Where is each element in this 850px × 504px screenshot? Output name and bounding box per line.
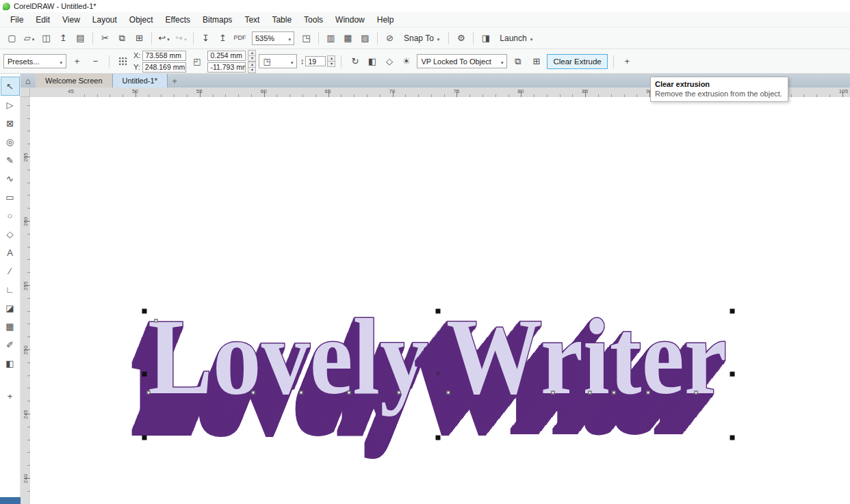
vp-mode-select[interactable]: VP Locked To Object xyxy=(417,54,507,68)
ellipse-tool[interactable]: ○ xyxy=(1,207,19,224)
hruler-label: 85 xyxy=(582,88,588,94)
zoom-tool[interactable]: ◎ xyxy=(1,133,19,150)
print-icon[interactable]: ▤ xyxy=(73,31,88,46)
menubar: FileEditViewLayoutObjectEffectsBitmapsTe… xyxy=(0,12,850,27)
shape-tool[interactable]: ▷ xyxy=(1,96,19,114)
launch-label: Launch xyxy=(500,34,526,43)
extrude-lighting-icon[interactable]: ☀ xyxy=(398,54,414,69)
x-position-field[interactable]: 73.558 mm xyxy=(142,51,186,61)
vruler-label: 260 xyxy=(21,215,30,228)
show-guidelines-icon[interactable]: ▨ xyxy=(357,31,373,46)
copy-vp-icon[interactable]: ⊞ xyxy=(528,54,544,69)
tabs-host: Welcome ScreenUntitled-1* xyxy=(36,74,168,88)
canvas[interactable] xyxy=(30,97,850,504)
fullscreen-preview-icon[interactable]: ◳ xyxy=(298,31,314,46)
toolbar-separator xyxy=(318,32,319,44)
vertical-ruler[interactable]: 265260255250245240 xyxy=(21,97,30,504)
save-icon[interactable]: ◫ xyxy=(38,31,54,46)
menu-effects[interactable]: Effects xyxy=(159,13,196,27)
vanishing-point-y-spinner[interactable] xyxy=(248,62,256,73)
vanishing-point-x-field[interactable]: 0.254 mm xyxy=(207,51,246,61)
extrusion-type-icon[interactable] xyxy=(115,54,131,69)
extrude-bevels-icon[interactable]: ◇ xyxy=(381,54,397,69)
open-folder-icon[interactable]: ▱ xyxy=(21,31,37,46)
add-tools[interactable]: + xyxy=(1,387,19,405)
ruler-origin[interactable] xyxy=(21,88,30,97)
menu-file[interactable]: File xyxy=(4,13,29,27)
redo-icon[interactable]: ↪ xyxy=(173,31,189,46)
chevron-down-icon xyxy=(529,34,533,43)
menu-text[interactable]: Text xyxy=(238,13,266,27)
menu-window[interactable]: Window xyxy=(329,13,371,27)
dimension-tool[interactable]: ∕ xyxy=(1,262,19,280)
menu-help[interactable]: Help xyxy=(371,13,400,27)
remove-preset-button[interactable]: − xyxy=(88,54,103,69)
vanishing-point-y-field[interactable]: -11.793 mm xyxy=(207,62,246,72)
home-icon[interactable]: ⌂ xyxy=(21,74,36,88)
zoom-level-select[interactable]: 535% xyxy=(252,31,294,45)
polygon-tool[interactable]: ◇ xyxy=(1,225,19,243)
export-icon[interactable]: ↥ xyxy=(215,31,231,46)
extrude-rotation-icon[interactable]: ↻ xyxy=(347,54,363,69)
freehand-tool[interactable]: ✎ xyxy=(1,151,19,169)
show-grid-icon[interactable]: ▦ xyxy=(340,31,356,46)
extrude-color-icon[interactable]: ◧ xyxy=(364,54,380,69)
menu-bitmaps[interactable]: Bitmaps xyxy=(196,13,238,27)
toolbar-separator xyxy=(193,32,194,44)
snap-off-icon[interactable]: ⊘ xyxy=(382,31,398,46)
menu-edit[interactable]: Edit xyxy=(29,13,56,27)
y-position-field[interactable]: 248.169 mm xyxy=(142,62,186,72)
menu-view[interactable]: View xyxy=(56,13,86,27)
chevron-down-icon xyxy=(183,33,187,43)
upload-icon[interactable]: ↥ xyxy=(55,31,71,46)
color-eyedropper-tool[interactable]: ✐ xyxy=(1,336,19,354)
menu-tools[interactable]: Tools xyxy=(298,13,329,27)
publish-pdf-icon[interactable]: PDF xyxy=(232,31,248,46)
vanishing-point-x-spinner[interactable] xyxy=(248,50,256,62)
hruler-label: 55 xyxy=(196,88,203,94)
connector-tool[interactable]: ∟ xyxy=(1,280,19,298)
add-property-button[interactable]: + xyxy=(619,54,635,69)
x-position-value: 73.558 mm xyxy=(145,51,181,59)
interactive-fill-tool[interactable]: ◧ xyxy=(1,354,19,372)
tab-welcome-screen[interactable]: Welcome Screen xyxy=(36,74,113,88)
new-document-icon[interactable]: ▢ xyxy=(4,31,20,46)
clear-extrude-button[interactable]: Clear Extrude xyxy=(547,54,607,69)
y-label: Y: xyxy=(133,63,140,71)
vanishing-point-group: 0.254 mm -11.793 mm xyxy=(207,50,256,72)
pick-tool[interactable]: ↖ xyxy=(1,77,19,95)
extrude-depth-value: 19 xyxy=(308,57,316,66)
artistic-media-tool[interactable]: ∿ xyxy=(1,170,19,187)
text-tool[interactable]: A xyxy=(1,243,19,261)
show-rulers-icon[interactable]: ▥ xyxy=(323,31,339,46)
crop-tool[interactable]: ⊠ xyxy=(1,114,19,132)
menu-object[interactable]: Object xyxy=(123,13,159,27)
tab-untitled-1-[interactable]: Untitled-1* xyxy=(113,74,168,88)
presets-select[interactable]: Presets... xyxy=(3,54,66,68)
snapto-dropdown[interactable]: Snap To xyxy=(399,31,444,46)
paste-icon[interactable]: ⊞ xyxy=(131,31,147,46)
rectangle-tool[interactable]: ▭ xyxy=(1,188,19,206)
document-navigator-corner[interactable] xyxy=(0,497,21,504)
extrude-depth-spinner[interactable] xyxy=(327,55,335,67)
vp-coordinates-icon[interactable]: ◰ xyxy=(189,54,205,69)
new-tab-button[interactable]: + xyxy=(168,74,181,88)
copy-icon[interactable]: ⧉ xyxy=(114,31,130,46)
copy-extrusion-icon[interactable]: ⧉ xyxy=(510,54,526,69)
menu-layout[interactable]: Layout xyxy=(86,13,123,27)
propbar-separator xyxy=(109,55,110,68)
menu-table[interactable]: Table xyxy=(266,13,298,27)
import-icon[interactable]: ↧ xyxy=(198,31,214,46)
presets-label: Presets... xyxy=(8,57,39,66)
extrude-preset-select[interactable]: ◳ xyxy=(259,54,297,68)
add-preset-button[interactable]: + xyxy=(69,54,85,69)
launch-app-icon[interactable]: ◨ xyxy=(478,31,493,46)
drop-shadow-tool[interactable]: ◪ xyxy=(1,299,19,317)
transparency-tool[interactable]: ▦ xyxy=(1,317,19,335)
launch-dropdown[interactable]: Launch xyxy=(495,31,537,46)
extrude-depth-field[interactable]: 19 xyxy=(305,56,326,66)
dot-grid-icon xyxy=(118,57,127,66)
undo-icon[interactable]: ↩ xyxy=(156,31,172,46)
cut-icon[interactable]: ✂ xyxy=(97,31,113,46)
options-gear-icon[interactable]: ⚙ xyxy=(453,31,469,46)
